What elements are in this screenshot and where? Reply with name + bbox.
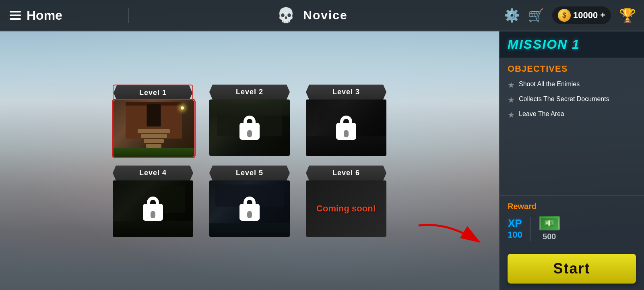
level-4-inner: Level 4 (113, 166, 193, 237)
star-icon-2: ★ (508, 95, 515, 105)
coming-soon-text: Coming soon! (316, 203, 376, 214)
level-2-bg (209, 99, 290, 156)
reward-divider (530, 217, 531, 241)
building-door (147, 104, 161, 126)
level-5-preview (209, 180, 290, 237)
level-2-card[interactable]: Level 2 (209, 85, 290, 157)
reward-items: XP 100 💵 500 (508, 216, 636, 241)
level-1-inner: Level 1 (113, 85, 193, 157)
level-6-bg: Coming soon! (306, 180, 386, 237)
objective-2-text: Collects The Secret Documents (519, 95, 609, 104)
header-center: 💀 Novice (129, 7, 496, 24)
level-4-card[interactable]: Level 4 (113, 166, 193, 237)
mission-header: MISSION 1 (500, 31, 644, 58)
lock-keyhole-4 (151, 211, 155, 218)
level-2-label: Level 2 (209, 85, 290, 99)
home-label: Home (27, 8, 62, 23)
lock-keyhole-3 (344, 130, 348, 137)
objective-3: ★ Leave The Area (508, 110, 636, 120)
main-content: Level 1 (0, 31, 644, 290)
reward-section: Reward XP 100 💵 500 (500, 196, 644, 247)
xp-label: XP (508, 217, 522, 230)
level-3-preview (306, 99, 386, 156)
settings-icon[interactable]: ⚙️ (504, 8, 520, 23)
reward-xp: XP 100 (508, 217, 522, 240)
levels-area: Level 1 (0, 31, 499, 290)
level-6-preview: Coming soon! (306, 180, 386, 237)
coins-amount: 10000 (573, 10, 598, 21)
level-1-scene (114, 100, 194, 157)
coins-display: $ 10000 + (552, 6, 611, 24)
lock-body (239, 123, 260, 140)
cart-icon[interactable]: 🛒 (528, 8, 544, 23)
level-1-card[interactable]: Level 1 (113, 85, 193, 157)
header: Home 💀 Novice ⚙️ 🛒 $ 10000 + 🏆 (0, 0, 644, 31)
level-1-label: Level 1 (114, 85, 192, 100)
level-6-card: Level 6 Coming soon! (306, 166, 386, 237)
level-5-locked (209, 180, 290, 237)
level-6-inner: Level 6 Coming soon! (306, 166, 386, 237)
level-3-inner: Level 3 (306, 85, 386, 156)
objectives-title: OBJECTIVES (508, 64, 636, 74)
objectives-section: OBJECTIVES ★ Shoot All the Enimies ★ Col… (500, 58, 644, 196)
objective-3-text: Leave The Area (519, 110, 564, 118)
skull-icon: 💀 (277, 7, 295, 24)
stairs (138, 129, 170, 149)
lock-body-5 (239, 204, 260, 221)
reward-title: Reward (508, 202, 636, 211)
lock-icon-5 (239, 180, 260, 237)
header-left: Home (0, 8, 129, 23)
lock-body-3 (336, 123, 356, 140)
objective-1: ★ Shoot All the Enimies (508, 80, 636, 90)
lock-keyhole-5 (248, 211, 252, 218)
levels-row-2: Level 4 (113, 166, 386, 237)
level-2-preview (209, 99, 290, 156)
mode-label: Novice (303, 8, 347, 22)
start-button[interactable]: Start (508, 254, 636, 284)
level-3-card[interactable]: Level 3 (306, 85, 386, 157)
objective-2: ★ Collects The Secret Documents (508, 95, 636, 105)
lock-icon-3 (336, 99, 356, 156)
level-5-bg (209, 180, 290, 237)
level-4-preview (113, 180, 193, 237)
right-panel: MISSION 1 OBJECTIVES ★ Shoot All the Eni… (499, 31, 644, 290)
level-6-label: Level 6 (306, 166, 386, 180)
coin-icon: $ (558, 9, 571, 22)
lock-keyhole (248, 130, 252, 137)
xp-value: 100 (508, 230, 522, 240)
level-3-label: Level 3 (306, 85, 386, 99)
lock-icon-2 (239, 99, 260, 156)
lock-icon-4 (143, 180, 163, 237)
level-5-inner: Level 5 (209, 166, 290, 237)
cash-icon: 💵 (539, 216, 560, 230)
level-4-bg (113, 180, 193, 237)
start-section: Start (500, 247, 644, 290)
level-5-label: Level 5 (209, 166, 290, 180)
level-1-preview (114, 100, 194, 157)
cash-value: 500 (543, 232, 556, 241)
levels-row-1: Level 1 (113, 85, 386, 157)
reward-cash: 💵 500 (539, 216, 560, 241)
star-icon-3: ★ (508, 110, 515, 120)
lock-body-4 (143, 204, 163, 221)
level-3-bg (306, 99, 386, 156)
level-4-label: Level 4 (113, 166, 193, 180)
coins-plus-button[interactable]: + (600, 10, 605, 21)
mission-title: MISSION 1 (508, 37, 636, 52)
level-4-locked (113, 180, 193, 237)
level-2-inner: Level 2 (209, 85, 290, 156)
header-right: ⚙️ 🛒 $ 10000 + 🏆 (496, 6, 644, 24)
menu-button[interactable] (10, 11, 21, 20)
level-1-bg (114, 100, 194, 157)
trophy-icon: 🏆 (619, 7, 636, 23)
level-5-card[interactable]: Level 5 (209, 166, 290, 237)
objective-1-text: Shoot All the Enimies (519, 80, 580, 89)
level-3-locked (306, 99, 386, 156)
level-2-locked (209, 99, 290, 156)
star-icon-1: ★ (508, 80, 515, 90)
